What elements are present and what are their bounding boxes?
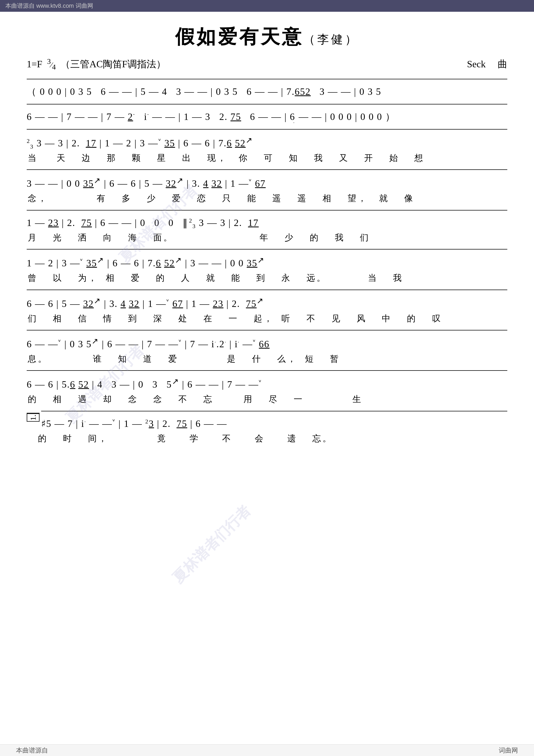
notation-3: 1 — 23 | 2. 75 | 6 — — | 0 0 0 ‖23 3 — 3… xyxy=(27,210,507,232)
row-pair-4: 1 — 2 | 3 —ᵛ 35↗ | 6 — 6 | 7.6 52↗ | 3 —… xyxy=(27,249,507,285)
footer-right: 词曲网 xyxy=(499,746,518,755)
row-pair-6: 6 — —ᵛ | 0 3 5↗ | 6 — — | 7 — —ᵛ | 7 — i… xyxy=(27,330,507,366)
repeat-1-marker: 1. xyxy=(27,413,39,422)
row-pair-2: 3 — — | 0 0 35↗ | 6 — 6 | 5 — 32↗ | 3. 4… xyxy=(27,169,507,205)
sub-title-inline: （李健） xyxy=(303,33,359,46)
footer-bar: 本曲谱源自 词曲网 xyxy=(0,744,534,756)
score-area: （ 0 0 0 | 0 3 5 6 — — | 5 — 4 3 — — | 0 … xyxy=(21,79,513,446)
notation-2: 3 — — | 0 0 35↗ | 6 — 6 | 5 — 32↗ | 3. 4… xyxy=(27,169,507,193)
notation-5: 6 — 6 | 5 — 32↗ | 3. 4 32 | 1 —ᵛ 67 | 1 … xyxy=(27,289,507,313)
prelude-section-2: 6 — — | 7 — — | 7 — 2· i· — — | 1 — 3 2.… xyxy=(27,104,507,126)
notation-8: ♯5 — 7 | i· — —ᵛ | 1 — 23 | 2. 75 | 6 — … xyxy=(41,411,507,433)
lyric-8: 的 时 间， 竟 学 不 会 遗 忘。 xyxy=(27,433,507,446)
header-bar: 本曲谱源自 www.ktv8.com 词曲网 xyxy=(0,0,534,12)
prelude-notation-1: （ 0 0 0 | 0 3 5 6 — — | 5 — 4 3 — — | 0 … xyxy=(27,79,507,101)
notation-4: 1 — 2 | 3 —ᵛ 35↗ | 6 — 6 | 7.6 52↗ | 3 —… xyxy=(27,249,507,273)
header-bar-text: 本曲谱源自 www.ktv8.com 词曲网 xyxy=(5,2,93,10)
prelude-notation-2: 6 — — | 7 — — | 7 — 2· i· — — | 1 — 3 2.… xyxy=(27,104,507,126)
row-pair-1: 23 3 — 3 | 2. 17 | 1 — 2 | 3 —ᵛ 35 | 6 —… xyxy=(27,129,507,165)
lyric-5: 们 相 信 情 到 深 处 在 一 起， 听 不 见 风 中 的 叹 xyxy=(27,313,507,326)
footer-left: 本曲谱源自 xyxy=(16,746,48,755)
lyric-4: 曾 以 为， 相 爱 的 人 就 能 到 永 远。 当 我 xyxy=(27,273,507,285)
lyric-2: 念， 有 多 少 爱 恋 只 能 遥 遥 相 望， 就 像 xyxy=(27,193,507,205)
content: 假如爱有天意（李健） 1=F 3⁄4 （三管AC陶笛F调指法） Seck 曲 （… xyxy=(21,11,513,463)
row-pair-5: 6 — 6 | 5 — 32↗ | 3. 4 32 | 1 —ᵛ 67 | 1 … xyxy=(27,289,507,326)
page: 本曲谱源自 www.ktv8.com 词曲网 夏林谱者们行者 夏林谱者们行者 夏… xyxy=(0,0,534,756)
notation-6: 6 — —ᵛ | 0 3 5↗ | 6 — — | 7 — —ᵛ | 7 — i… xyxy=(27,330,507,354)
watermark-3: 夏林谱者们行者 xyxy=(168,501,255,588)
lyric-1: 当 天 边 那 颗 星 出 现， 你 可 知 我 又 开 始 想 xyxy=(27,153,507,165)
lyric-7: 的 相 遇 却 念 念 不 忘 用 尽 一 生 xyxy=(27,394,507,406)
title-section: 假如爱有天意（李健） xyxy=(21,24,513,50)
notation-7: 6 — 6 | 5.6 52 | 4 3 — | 0 3 5↗ | 6 — — … xyxy=(27,370,507,394)
prelude-section-1: （ 0 0 0 | 0 3 5 6 — — | 5 — 4 3 — — | 0 … xyxy=(27,79,507,101)
notation-1: 23 3 — 3 | 2. 17 | 1 — 2 | 3 —ᵛ 35 | 6 —… xyxy=(27,129,507,153)
lyric-3: 月 光 洒 向 海 面。 年 少 的 我 们 xyxy=(27,232,507,245)
notation-row-8-wrapper: 1. ♯5 — 7 | i· — —ᵛ | 1 — 23 | 2. 75 | 6… xyxy=(27,411,507,433)
row-pair-8: 1. ♯5 — 7 | i· — —ᵛ | 1 — 23 | 2. 75 | 6… xyxy=(27,411,507,446)
key-right: Seck 曲 xyxy=(467,58,507,71)
row-pair-3: 1 — 23 | 2. 75 | 6 — — | 0 0 0 ‖23 3 — 3… xyxy=(27,210,507,245)
key-info: 1=F 3⁄4 （三管AC陶笛F调指法） Seck 曲 xyxy=(21,58,513,71)
main-title: 假如爱有天意（李健） xyxy=(175,26,359,47)
main-title-text: 假如爱有天意 xyxy=(175,26,303,47)
row-pair-7: 6 — 6 | 5.6 52 | 4 3 — | 0 3 5↗ | 6 — — … xyxy=(27,370,507,406)
key-left: 1=F 3⁄4 （三管AC陶笛F调指法） xyxy=(27,58,166,71)
lyric-6: 息。 谁 知 道 爱 是 什 么， 短 暂 xyxy=(27,354,507,366)
